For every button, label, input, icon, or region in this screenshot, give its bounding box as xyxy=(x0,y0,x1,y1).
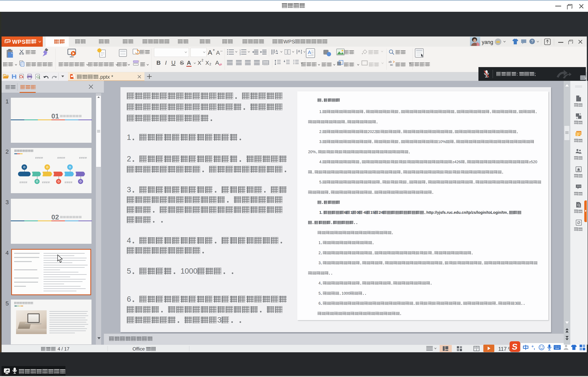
svg-text:A: A xyxy=(298,49,300,53)
svg-text:ac: ac xyxy=(390,63,393,66)
svg-text:?: ? xyxy=(531,39,533,44)
svg-text:A: A xyxy=(308,49,311,55)
svg-text:P: P xyxy=(22,76,23,79)
svg-text:A: A xyxy=(276,49,278,53)
